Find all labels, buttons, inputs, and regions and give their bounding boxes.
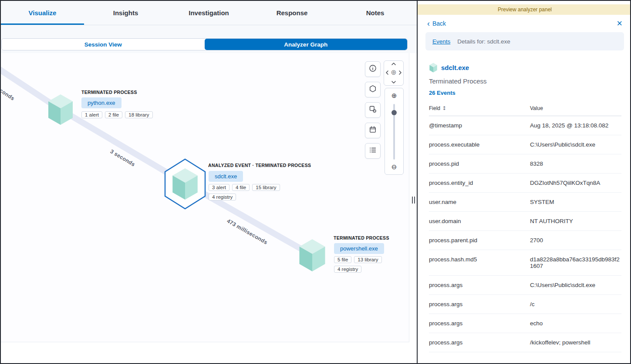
- breadcrumb: Events Details for: sdclt.exe: [425, 32, 624, 50]
- panel-nav-row: ‹ Back ×: [418, 15, 631, 30]
- field-value: C:\Users\Public\sdclt.exe: [530, 135, 621, 154]
- field-table: Field↕ Value @timestampAug 18, 2025 @ 13…: [429, 105, 621, 352]
- node-badge: 4 registry: [209, 194, 236, 200]
- info-button[interactable]: [365, 61, 381, 77]
- node-badge: 4 file: [232, 184, 250, 191]
- table-row: process.hash.md5d1a8228a8bba76ac33195db9…: [429, 250, 621, 276]
- chevron-left-icon: ‹: [427, 20, 430, 27]
- node-badge: 15 library: [252, 184, 280, 191]
- info-icon: [369, 64, 377, 74]
- pan-west-icon[interactable]: [386, 70, 388, 75]
- table-row: process.parent.pid2700: [429, 231, 621, 250]
- node-name-powershell[interactable]: powershell.exe: [334, 243, 384, 254]
- close-icon[interactable]: ×: [615, 19, 624, 28]
- process-cube-powershell[interactable]: [295, 238, 329, 272]
- process-cube-python[interactable]: [44, 94, 77, 126]
- node-badges-sdclt: 3 alert4 file15 library4 registry: [209, 184, 283, 200]
- node-name-sdclt[interactable]: sdclt.exe: [209, 171, 243, 182]
- field-table-body: @timestampAug 18, 2025 @ 13:18:08.082pro…: [429, 116, 621, 352]
- zoom-slider-handle[interactable]: [391, 110, 397, 115]
- field-name: process.args: [429, 295, 530, 314]
- sort-icon[interactable]: ↕: [442, 105, 446, 111]
- node-legend-button[interactable]: [365, 102, 381, 118]
- breadcrumb-events-link[interactable]: Events: [432, 38, 450, 45]
- event-list-button[interactable]: [365, 143, 381, 159]
- camera-center-icon[interactable]: ◎: [391, 69, 396, 75]
- field-value: SYSTEM: [530, 193, 621, 212]
- tab-response[interactable]: Response: [250, 1, 334, 25]
- field-value: DGZIotNh57QiilKOxTqn8A: [530, 174, 621, 193]
- field-name: process.entity_id: [429, 174, 530, 193]
- node-badge: 1 alert: [81, 111, 102, 118]
- node-settings-icon: [369, 105, 377, 115]
- table-row: process.argsecho: [429, 314, 621, 333]
- field-name: process.parent.pid: [429, 231, 530, 250]
- session-view-button[interactable]: Session View: [2, 39, 205, 50]
- field-value: /c: [530, 295, 621, 314]
- hexagon-icon: [369, 85, 377, 94]
- field-name: process.hash.md5: [429, 250, 530, 276]
- field-name: process.executable: [429, 135, 530, 154]
- table-row: user.nameSYSTEM: [429, 193, 621, 212]
- tab-notes[interactable]: Notes: [334, 1, 417, 25]
- zoom-out-icon[interactable]: ⊖: [385, 163, 403, 171]
- field-value: d1a8228a8bba76ac33195db983f21607: [530, 250, 621, 276]
- field-value: 2700: [530, 231, 621, 250]
- node-title-link[interactable]: sdclt.exe: [441, 64, 469, 71]
- analyzer-main-area: Visualize Insights Investigation Respons…: [1, 1, 417, 363]
- back-button[interactable]: ‹ Back: [427, 20, 446, 27]
- node-badge: 13 library: [354, 256, 381, 263]
- pan-north-icon[interactable]: [391, 63, 396, 65]
- preview-analyzer-panel: Preview analyzer panel ‹ Back × Events D…: [417, 1, 631, 363]
- field-name: process.args: [429, 314, 530, 333]
- process-cube-icon: [429, 63, 438, 73]
- zoom-control: ⊕ ⊖: [385, 88, 404, 175]
- field-name: user.domain: [429, 212, 530, 231]
- field-name: process.args: [429, 276, 530, 295]
- table-row: user.domainNT AUTHORITY: [429, 212, 621, 231]
- calendar-icon: [369, 126, 377, 135]
- field-value: C:\Users\Public\sdclt.exe: [530, 276, 621, 295]
- app-window: Visualize Insights Investigation Respons…: [0, 0, 631, 364]
- back-label: Back: [432, 20, 446, 27]
- node-badge: 5 file: [334, 256, 351, 263]
- table-row: process.args/kickoffelev; powershell: [429, 333, 621, 352]
- node-header-python: TERMINATED PROCESS: [81, 90, 137, 95]
- tab-insights[interactable]: Insights: [84, 1, 167, 25]
- field-value: echo: [530, 314, 621, 333]
- zoom-in-icon[interactable]: ⊕: [385, 92, 403, 100]
- node-badges-python: 1 alert2 file18 library: [81, 111, 153, 118]
- node-badges-powershell: 5 file13 library4 registry: [334, 256, 391, 273]
- node-name-python[interactable]: python.exe: [81, 97, 121, 108]
- tab-bar: Visualize Insights Investigation Respons…: [1, 1, 417, 25]
- schema-button[interactable]: [365, 82, 381, 97]
- node-events-link[interactable]: 26 Events: [429, 90, 456, 96]
- pan-south-icon[interactable]: [391, 81, 396, 83]
- column-header-field: Field↕: [429, 105, 530, 116]
- camera-pan-control: ◎: [384, 60, 404, 86]
- tab-investigation[interactable]: Investigation: [167, 1, 250, 25]
- table-row: process.pid8328: [429, 154, 621, 174]
- process-cube-sdclt[interactable]: [169, 167, 202, 200]
- node-subtitle: Terminated Process: [429, 77, 621, 85]
- field-value: 8328: [530, 154, 621, 174]
- panel-resize-handle[interactable]: [412, 197, 415, 204]
- node-summary: sdclt.exe Terminated Process 26 Events: [418, 50, 631, 97]
- edge-label: 473 milliseconds: [226, 218, 269, 246]
- analyzer-graph-canvas[interactable]: seconds 3 seconds 473 milliseconds TERMI…: [1, 53, 409, 342]
- tab-visualize[interactable]: Visualize: [1, 1, 84, 25]
- list-icon: [369, 146, 377, 156]
- node-header-sdclt: ANALYZED EVENT · TERMINATED PROCESS: [208, 163, 311, 168]
- node-badge: 4 registry: [334, 266, 361, 273]
- node-badge: 2 file: [105, 111, 122, 118]
- node-badge: 18 library: [125, 111, 152, 118]
- date-picker-button[interactable]: [365, 123, 381, 138]
- table-row: process.entity_idDGZIotNh57QiilKOxTqn8A: [429, 174, 621, 193]
- field-name: user.name: [429, 193, 530, 212]
- panel-banner: Preview analyzer panel: [418, 4, 631, 15]
- analyzer-graph-button[interactable]: Analyzer Graph: [205, 39, 408, 50]
- field-name: process.args: [429, 333, 530, 352]
- pan-east-icon[interactable]: [399, 70, 402, 75]
- field-value: Aug 18, 2025 @ 13:18:08.082: [530, 116, 621, 135]
- node-badge: 3 alert: [209, 184, 229, 191]
